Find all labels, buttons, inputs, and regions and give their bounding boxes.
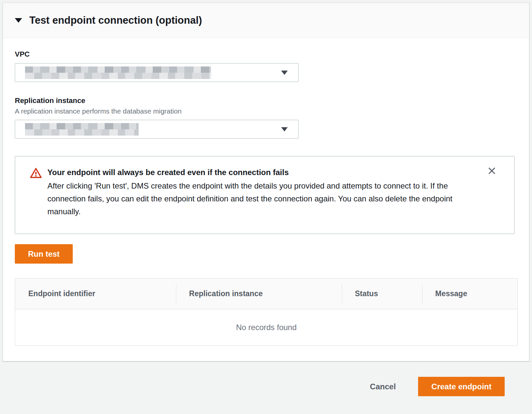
column-header-message: Message [422, 289, 518, 298]
column-header-endpoint-identifier: Endpoint identifier [15, 289, 176, 298]
cancel-button[interactable]: Cancel [368, 377, 398, 396]
section-body: VPC Replication instance A replication i… [3, 38, 529, 359]
warning-title: Your endpoint will always be created eve… [47, 166, 469, 179]
column-header-replication-instance: Replication instance [176, 289, 342, 298]
vpc-select[interactable] [15, 63, 299, 82]
form-footer: Cancel Create endpoint [0, 361, 532, 414]
warning-alert: Your endpoint will always be created eve… [15, 156, 515, 234]
vpc-label: VPC [15, 50, 517, 59]
replication-instance-description: A replication instance performs the data… [15, 107, 517, 115]
table-empty-state: No records found [15, 309, 518, 346]
replication-instance-select[interactable] [15, 120, 299, 139]
vpc-redacted-value [25, 66, 211, 79]
warning-body: After clicking 'Run test', DMS creates t… [47, 179, 469, 218]
test-results-table: Endpoint identifier Replication instance… [15, 278, 518, 346]
section-header[interactable]: Test endpoint connection (optional) [3, 3, 529, 38]
test-endpoint-connection-panel: Test endpoint connection (optional) VPC … [3, 3, 529, 361]
replication-instance-label: Replication instance [15, 96, 517, 105]
vpc-field: VPC [15, 50, 517, 82]
replication-instance-redacted-value [25, 123, 139, 136]
column-header-status: Status [342, 289, 422, 298]
section-title: Test endpoint connection (optional) [29, 14, 202, 26]
replication-instance-field: Replication instance A replication insta… [15, 96, 517, 139]
dropdown-arrow-icon [281, 127, 288, 131]
run-test-button[interactable]: Run test [15, 244, 73, 264]
warning-text: Your endpoint will always be created eve… [47, 166, 469, 218]
collapse-triangle-icon[interactable] [15, 18, 22, 23]
create-endpoint-button[interactable]: Create endpoint [418, 377, 505, 396]
warning-triangle-icon [30, 166, 42, 218]
close-icon[interactable] [487, 166, 497, 176]
dropdown-arrow-icon [281, 70, 288, 75]
table-header-row: Endpoint identifier Replication instance… [15, 278, 518, 309]
no-records-text: No records found [236, 323, 297, 332]
